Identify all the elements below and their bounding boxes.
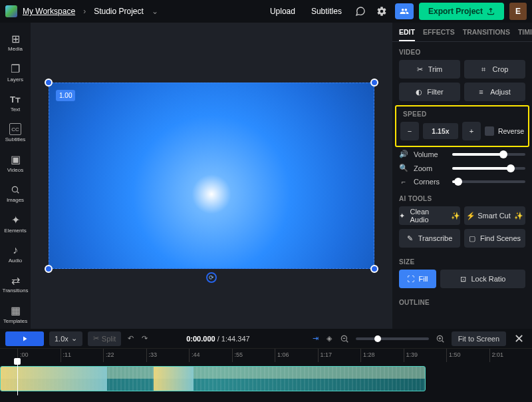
- undo-button[interactable]: ↶: [126, 334, 135, 343]
- tab-transitions[interactable]: TRANSITIONS: [463, 28, 510, 41]
- text-icon: Tᴛ: [9, 93, 21, 105]
- elements-icon: ✦: [9, 214, 21, 226]
- ruler-tick: :33: [146, 349, 190, 362]
- filter-button[interactable]: ◐Filter: [399, 83, 460, 101]
- sidebar-item-templates[interactable]: ▦Templates: [0, 300, 31, 329]
- sidebar-item-text[interactable]: TᴛText: [0, 89, 31, 117]
- transcribe-icon: ✎: [407, 234, 415, 242]
- volume-icon: 🔊: [399, 150, 408, 158]
- zoom-out-button[interactable]: [338, 334, 350, 343]
- transcribe-button[interactable]: ✎Transcribe: [399, 229, 460, 248]
- playback-speed-dropdown[interactable]: 1.0x⌄: [49, 331, 82, 346]
- ruler-tick: 1:28: [360, 349, 404, 362]
- tab-edit[interactable]: EDIT: [399, 28, 415, 41]
- adjust-button[interactable]: ≡Adjust: [464, 83, 525, 101]
- subtitles-button[interactable]: Subtitles: [306, 7, 347, 16]
- ruler-tick: :00: [17, 349, 61, 362]
- speed-section-label: SPEED: [400, 110, 524, 122]
- play-button[interactable]: [5, 331, 44, 346]
- export-button[interactable]: Export Project: [419, 3, 504, 20]
- videos-icon: ▣: [9, 154, 21, 166]
- ruler-tick: 1:17: [318, 349, 361, 362]
- tab-timing[interactable]: TIMING: [518, 28, 532, 41]
- timeline-tracks[interactable]: 1: [0, 362, 532, 395]
- chevron-down-icon: ⌄: [71, 334, 77, 343]
- video-clip[interactable]: [0, 366, 426, 391]
- sidebar-item-transitions[interactable]: ⇄Transitions: [0, 270, 31, 298]
- sparkle-icon: ✦: [399, 212, 406, 220]
- comment-icon[interactable]: [352, 3, 368, 19]
- volume-slider[interactable]: [452, 153, 525, 156]
- project-name[interactable]: Studio Project: [94, 7, 144, 16]
- sidebar-item-subtitles[interactable]: CCSubtitles: [0, 118, 31, 147]
- sidebar-item-videos[interactable]: ▣Videos: [0, 149, 31, 178]
- timeline-ruler[interactable]: :00 :11 :22 :33 :44 :55 1:06 1:17 1:28 1…: [0, 349, 532, 362]
- resize-handle-br[interactable]: [370, 265, 378, 273]
- svg-point-0: [12, 187, 17, 192]
- sidebar-item-elements[interactable]: ✦Elements: [0, 209, 31, 238]
- ruler-tick: 1:50: [446, 349, 489, 362]
- zoom-label: Zoom: [414, 164, 447, 172]
- ruler-tick: :55: [232, 349, 275, 362]
- resize-handle-tr[interactable]: [370, 79, 378, 87]
- media-icon: ⊞: [9, 33, 21, 45]
- magnet-icon[interactable]: ◈: [325, 334, 333, 343]
- sidebar-item-media[interactable]: ⊞Media: [0, 28, 31, 57]
- timeline-zoom-slider[interactable]: [356, 337, 429, 340]
- lock-ratio-button[interactable]: ⊡Lock Ratio: [440, 270, 525, 288]
- user-avatar[interactable]: E: [509, 3, 527, 20]
- speed-value[interactable]: 1.15x: [423, 123, 458, 139]
- close-timeline-button[interactable]: ✕: [511, 331, 527, 346]
- plus-icon: +: [469, 127, 473, 135]
- audio-icon: ♪: [9, 244, 21, 256]
- ruler-tick: 1:06: [275, 349, 318, 362]
- zoom-in-button[interactable]: [434, 334, 446, 343]
- workspace-link[interactable]: My Workspace: [23, 7, 75, 16]
- aspect-ratio-badge: 1.00: [56, 90, 75, 101]
- templates-icon: ▦: [9, 305, 21, 317]
- rotate-handle[interactable]: ⟳: [206, 272, 217, 283]
- tab-effects[interactable]: EFFECTS: [423, 28, 455, 41]
- volume-row: 🔊 Volume: [392, 147, 532, 161]
- clean-audio-button[interactable]: ✦Clean Audio✨: [399, 206, 460, 225]
- trim-button[interactable]: ✂Trim: [399, 60, 460, 79]
- zoom-slider[interactable]: [452, 167, 525, 170]
- scenes-icon: ▢: [469, 234, 477, 242]
- resize-handle-tl[interactable]: [45, 79, 53, 87]
- minus-icon: −: [408, 127, 412, 135]
- filter-icon: ◐: [416, 88, 424, 96]
- corners-row: ⌐ Corners: [392, 175, 532, 188]
- split-button[interactable]: ✂Split: [88, 331, 121, 346]
- ruler-tick: 2:01: [489, 349, 533, 362]
- properties-panel: EDIT EFFECTS TRANSITIONS TIMING VIDEO ✂T…: [392, 23, 532, 329]
- project-dropdown-icon[interactable]: ⌄: [152, 7, 158, 16]
- breadcrumb-separator: ›: [83, 7, 86, 16]
- volume-label: Volume: [414, 150, 447, 158]
- sidebar-item-audio[interactable]: ♪Audio: [0, 240, 31, 268]
- fit-to-screen-button[interactable]: Fit to Screen: [452, 331, 506, 346]
- settings-icon[interactable]: [374, 3, 390, 19]
- sidebar-item-images[interactable]: Images: [0, 179, 31, 208]
- zoom-row: 🔍 Zoom: [392, 161, 532, 175]
- share-button[interactable]: [395, 3, 414, 19]
- fill-button[interactable]: ⛶Fill: [399, 270, 436, 288]
- corners-label: Corners: [414, 178, 447, 186]
- find-scenes-button[interactable]: ▢Find Scenes: [464, 229, 525, 248]
- reverse-checkbox[interactable]: [485, 126, 494, 136]
- redo-button[interactable]: ↷: [140, 334, 149, 343]
- ruler-tick: 1:39: [404, 349, 447, 362]
- speed-increase-button[interactable]: +: [462, 122, 481, 140]
- corners-slider[interactable]: [452, 180, 525, 183]
- snap-icon[interactable]: ⇥: [311, 334, 320, 343]
- speed-decrease-button[interactable]: −: [400, 122, 419, 140]
- smart-cut-button[interactable]: ⚡Smart Cut✨: [464, 206, 525, 225]
- video-clip-selection[interactable]: 1.00 ⟳: [49, 83, 374, 269]
- upload-button[interactable]: Upload: [265, 7, 301, 16]
- lock-icon: ⊡: [460, 275, 468, 283]
- sidebar-item-layers[interactable]: ❐Layers: [0, 58, 31, 87]
- resize-handle-bl[interactable]: [45, 265, 53, 273]
- trim-icon: ✂: [417, 65, 425, 73]
- canvas-area: 1.00 ⟳: [31, 23, 392, 329]
- crop-button[interactable]: ⌗Crop: [464, 60, 525, 79]
- scissors-icon: ✂: [93, 334, 99, 343]
